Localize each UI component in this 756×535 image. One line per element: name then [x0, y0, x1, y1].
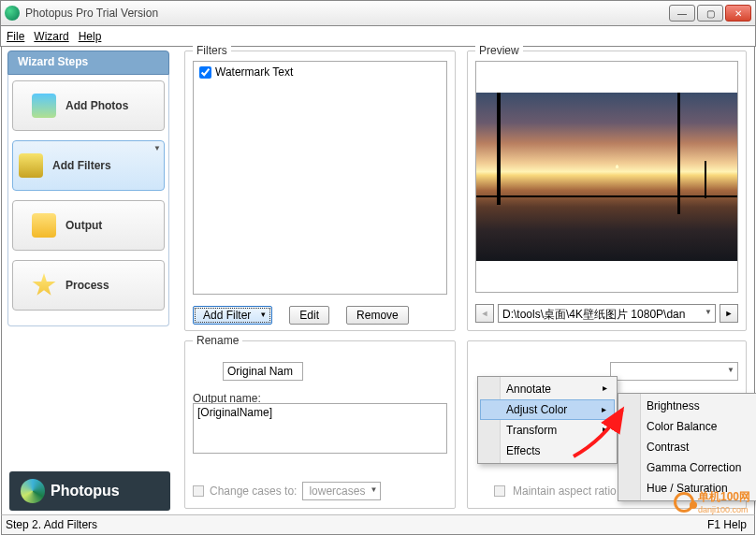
filter-item-checkbox[interactable] [199, 66, 211, 79]
menu-bar: File Wizard Help [0, 26, 756, 47]
remove-filter-button[interactable]: Remove [346, 306, 409, 325]
preview-prev-button[interactable]: ◄ [475, 304, 494, 323]
sidebar-item-label: Add Filters [52, 159, 111, 172]
menu-brightness[interactable]: Brightness [620, 396, 756, 416]
sidebar-item-label: Output [65, 219, 102, 232]
sidebar-header: Wizard Steps [7, 51, 169, 75]
photos-icon [32, 94, 56, 118]
maximize-button[interactable]: ▢ [697, 5, 723, 22]
menu-adjust-color[interactable]: Adjust Color [480, 399, 615, 420]
menu-contrast[interactable]: Contrast [620, 437, 756, 457]
size-mode-select[interactable] [610, 362, 738, 381]
menu-wizard[interactable]: Wizard [34, 30, 68, 43]
star-icon [32, 273, 56, 297]
filter-item-label: Watermark Text [215, 65, 293, 79]
filters-group: Filters Watermark Text Add Filter Edit R… [184, 51, 456, 331]
rename-label: Rename [193, 334, 242, 347]
watermark-icon [674, 492, 694, 513]
sidebar-item-label: Add Photos [65, 99, 128, 112]
menu-color-balance[interactable]: Color Balance [620, 416, 756, 437]
wizard-process[interactable]: Process [12, 260, 165, 311]
original-name-field[interactable]: Original Nam [223, 362, 303, 381]
filter-list[interactable]: Watermark Text [193, 61, 447, 295]
preview-next-button[interactable]: ► [720, 304, 738, 323]
menu-effects[interactable]: Effects [480, 441, 615, 461]
filters-label: Filters [193, 44, 231, 57]
preview-image [475, 61, 738, 293]
close-button[interactable]: ✕ [725, 5, 751, 22]
brand-text: Photopus [51, 483, 120, 499]
add-filter-menu: Annotate Adjust Color Transform Effects [477, 376, 618, 464]
status-step: Step 2. Add Filters [6, 518, 97, 531]
folder-icon [32, 213, 56, 238]
maintain-aspect-checkbox[interactable] [494, 485, 505, 497]
brand-banner: Photopus [9, 471, 170, 511]
minimize-button[interactable]: — [669, 5, 695, 22]
adjust-color-submenu: Brightness Color Balance Contrast Gamma … [618, 393, 756, 501]
sidebar-item-label: Process [65, 279, 109, 292]
maintain-aspect-label: Maintain aspect ratio [513, 484, 617, 498]
wizard-add-filters[interactable]: Add Filters [12, 140, 165, 191]
preview-canvas [476, 93, 737, 261]
watermark-brand: 单机100网 [698, 490, 750, 503]
wand-icon [19, 153, 43, 178]
rename-group: Rename Original Nam Output name: [Origin… [184, 340, 456, 509]
status-bar: Step 2. Add Filters F1 Help [1, 514, 755, 535]
menu-help[interactable]: Help [79, 30, 102, 43]
status-help: F1 Help [707, 518, 747, 531]
change-cases-checkbox[interactable] [193, 485, 204, 497]
edit-filter-button[interactable]: Edit [289, 306, 329, 325]
sidebar: Wizard Steps Add Photos Add Filters Outp… [2, 47, 175, 514]
output-name-field[interactable]: [OriginalName] [193, 403, 447, 454]
menu-gamma-correction[interactable]: Gamma Correction [620, 457, 756, 478]
add-filter-button[interactable]: Add Filter [193, 306, 272, 325]
preview-path-select[interactable]: D:\tools\桌面\4K壁纸图片 1080P\dan [498, 304, 716, 323]
filter-item[interactable]: Watermark Text [199, 65, 441, 79]
menu-transform[interactable]: Transform [480, 420, 615, 441]
title-bar: Photopus Pro Trial Version — ▢ ✕ [0, 0, 756, 26]
change-cases-select[interactable]: lowercases [302, 482, 381, 500]
wizard-add-photos[interactable]: Add Photos [12, 80, 165, 131]
app-icon [5, 6, 20, 21]
preview-label: Preview [475, 44, 523, 57]
wizard-output[interactable]: Output [12, 200, 165, 251]
menu-file[interactable]: File [7, 30, 24, 43]
preview-group: Preview ◄ D:\tools\桌面\4K壁纸图片 1080P\dan ► [467, 51, 747, 331]
watermark-url: danji100.com [698, 505, 750, 514]
watermark: 单机100网danji100.com [674, 489, 750, 514]
brand-logo-icon [21, 479, 45, 503]
window-title: Photopus Pro Trial Version [25, 7, 669, 20]
change-cases-label: Change cases to: [210, 484, 297, 498]
menu-annotate[interactable]: Annotate [480, 379, 615, 399]
